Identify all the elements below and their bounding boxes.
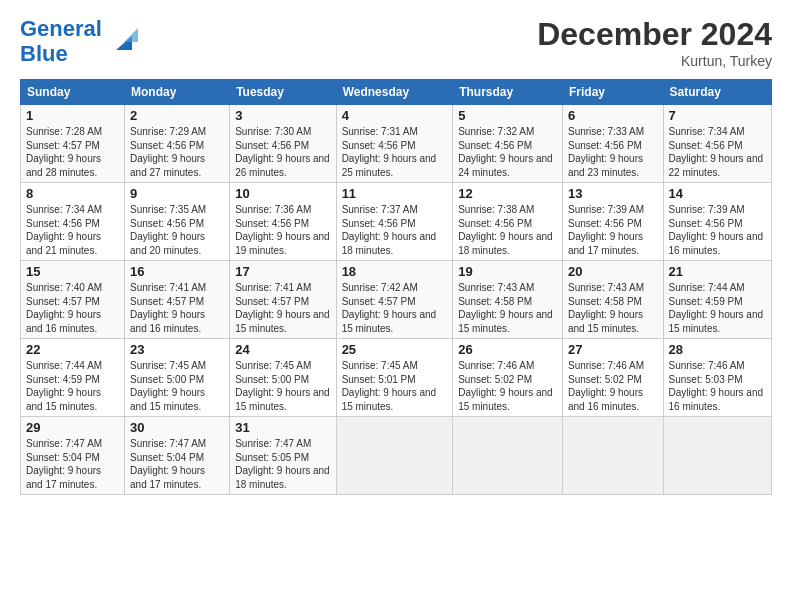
calendar-cell: 16 Sunrise: 7:41 AM Sunset: 4:57 PM Dayl… [125,261,230,339]
day-number: 20 [568,264,658,279]
day-number: 7 [669,108,766,123]
location: Kurtun, Turkey [537,53,772,69]
calendar-cell: 4 Sunrise: 7:31 AM Sunset: 4:56 PM Dayli… [336,105,453,183]
day-info: Sunrise: 7:47 AM Sunset: 5:04 PM Dayligh… [130,437,224,491]
calendar-cell: 12 Sunrise: 7:38 AM Sunset: 4:56 PM Dayl… [453,183,563,261]
col-thursday: Thursday [453,80,563,105]
day-info: Sunrise: 7:34 AM Sunset: 4:56 PM Dayligh… [26,203,119,257]
calendar-week-row: 29 Sunrise: 7:47 AM Sunset: 5:04 PM Dayl… [21,417,772,495]
calendar-cell [562,417,663,495]
calendar-cell: 15 Sunrise: 7:40 AM Sunset: 4:57 PM Dayl… [21,261,125,339]
day-number: 4 [342,108,448,123]
svg-marker-1 [124,28,138,42]
calendar-cell: 18 Sunrise: 7:42 AM Sunset: 4:57 PM Dayl… [336,261,453,339]
calendar-cell: 21 Sunrise: 7:44 AM Sunset: 4:59 PM Dayl… [663,261,771,339]
day-info: Sunrise: 7:34 AM Sunset: 4:56 PM Dayligh… [669,125,766,179]
day-number: 28 [669,342,766,357]
calendar-cell: 13 Sunrise: 7:39 AM Sunset: 4:56 PM Dayl… [562,183,663,261]
day-number: 30 [130,420,224,435]
day-number: 17 [235,264,330,279]
day-number: 6 [568,108,658,123]
day-info: Sunrise: 7:45 AM Sunset: 5:00 PM Dayligh… [130,359,224,413]
day-number: 22 [26,342,119,357]
day-number: 26 [458,342,557,357]
day-info: Sunrise: 7:32 AM Sunset: 4:56 PM Dayligh… [458,125,557,179]
day-number: 11 [342,186,448,201]
day-info: Sunrise: 7:33 AM Sunset: 4:56 PM Dayligh… [568,125,658,179]
calendar-cell: 23 Sunrise: 7:45 AM Sunset: 5:00 PM Dayl… [125,339,230,417]
day-info: Sunrise: 7:35 AM Sunset: 4:56 PM Dayligh… [130,203,224,257]
calendar-cell [336,417,453,495]
day-info: Sunrise: 7:46 AM Sunset: 5:03 PM Dayligh… [669,359,766,413]
calendar-cell: 2 Sunrise: 7:29 AM Sunset: 4:56 PM Dayli… [125,105,230,183]
month-title: December 2024 [537,16,772,53]
col-wednesday: Wednesday [336,80,453,105]
day-info: Sunrise: 7:31 AM Sunset: 4:56 PM Dayligh… [342,125,448,179]
day-info: Sunrise: 7:28 AM Sunset: 4:57 PM Dayligh… [26,125,119,179]
calendar-cell [453,417,563,495]
day-info: Sunrise: 7:42 AM Sunset: 4:57 PM Dayligh… [342,281,448,335]
calendar-table: Sunday Monday Tuesday Wednesday Thursday… [20,79,772,495]
day-info: Sunrise: 7:46 AM Sunset: 5:02 PM Dayligh… [458,359,557,413]
col-sunday: Sunday [21,80,125,105]
col-tuesday: Tuesday [230,80,336,105]
calendar-cell: 8 Sunrise: 7:34 AM Sunset: 4:56 PM Dayli… [21,183,125,261]
calendar-cell: 25 Sunrise: 7:45 AM Sunset: 5:01 PM Dayl… [336,339,453,417]
day-number: 12 [458,186,557,201]
calendar-cell [663,417,771,495]
col-saturday: Saturday [663,80,771,105]
col-friday: Friday [562,80,663,105]
day-info: Sunrise: 7:43 AM Sunset: 4:58 PM Dayligh… [568,281,658,335]
calendar-cell: 26 Sunrise: 7:46 AM Sunset: 5:02 PM Dayl… [453,339,563,417]
calendar-cell: 5 Sunrise: 7:32 AM Sunset: 4:56 PM Dayli… [453,105,563,183]
day-info: Sunrise: 7:41 AM Sunset: 4:57 PM Dayligh… [130,281,224,335]
day-number: 19 [458,264,557,279]
calendar-cell: 30 Sunrise: 7:47 AM Sunset: 5:04 PM Dayl… [125,417,230,495]
day-info: Sunrise: 7:41 AM Sunset: 4:57 PM Dayligh… [235,281,330,335]
calendar-cell: 1 Sunrise: 7:28 AM Sunset: 4:57 PM Dayli… [21,105,125,183]
day-info: Sunrise: 7:43 AM Sunset: 4:58 PM Dayligh… [458,281,557,335]
page-header: General Blue December 2024 Kurtun, Turke… [20,16,772,69]
day-number: 27 [568,342,658,357]
day-number: 25 [342,342,448,357]
day-info: Sunrise: 7:47 AM Sunset: 5:04 PM Dayligh… [26,437,119,491]
day-number: 21 [669,264,766,279]
day-info: Sunrise: 7:29 AM Sunset: 4:56 PM Dayligh… [130,125,224,179]
calendar-body: 1 Sunrise: 7:28 AM Sunset: 4:57 PM Dayli… [21,105,772,495]
calendar-week-row: 22 Sunrise: 7:44 AM Sunset: 4:59 PM Dayl… [21,339,772,417]
calendar-week-row: 1 Sunrise: 7:28 AM Sunset: 4:57 PM Dayli… [21,105,772,183]
calendar-cell: 3 Sunrise: 7:30 AM Sunset: 4:56 PM Dayli… [230,105,336,183]
day-info: Sunrise: 7:45 AM Sunset: 5:01 PM Dayligh… [342,359,448,413]
calendar-week-row: 15 Sunrise: 7:40 AM Sunset: 4:57 PM Dayl… [21,261,772,339]
calendar-cell: 19 Sunrise: 7:43 AM Sunset: 4:58 PM Dayl… [453,261,563,339]
day-number: 5 [458,108,557,123]
day-info: Sunrise: 7:39 AM Sunset: 4:56 PM Dayligh… [568,203,658,257]
day-number: 1 [26,108,119,123]
calendar-cell: 17 Sunrise: 7:41 AM Sunset: 4:57 PM Dayl… [230,261,336,339]
day-info: Sunrise: 7:37 AM Sunset: 4:56 PM Dayligh… [342,203,448,257]
calendar-cell: 11 Sunrise: 7:37 AM Sunset: 4:56 PM Dayl… [336,183,453,261]
col-monday: Monday [125,80,230,105]
day-number: 15 [26,264,119,279]
day-number: 18 [342,264,448,279]
logo-text: General Blue [20,16,102,67]
day-info: Sunrise: 7:45 AM Sunset: 5:00 PM Dayligh… [235,359,330,413]
logo-icon [104,22,138,56]
day-number: 8 [26,186,119,201]
title-block: December 2024 Kurtun, Turkey [537,16,772,69]
day-number: 3 [235,108,330,123]
day-number: 14 [669,186,766,201]
day-info: Sunrise: 7:46 AM Sunset: 5:02 PM Dayligh… [568,359,658,413]
logo: General Blue [20,16,138,67]
day-number: 16 [130,264,224,279]
calendar-cell: 7 Sunrise: 7:34 AM Sunset: 4:56 PM Dayli… [663,105,771,183]
day-info: Sunrise: 7:30 AM Sunset: 4:56 PM Dayligh… [235,125,330,179]
calendar-cell: 29 Sunrise: 7:47 AM Sunset: 5:04 PM Dayl… [21,417,125,495]
calendar-cell: 20 Sunrise: 7:43 AM Sunset: 4:58 PM Dayl… [562,261,663,339]
day-number: 2 [130,108,224,123]
calendar-cell: 6 Sunrise: 7:33 AM Sunset: 4:56 PM Dayli… [562,105,663,183]
day-info: Sunrise: 7:39 AM Sunset: 4:56 PM Dayligh… [669,203,766,257]
day-number: 13 [568,186,658,201]
calendar-cell: 10 Sunrise: 7:36 AM Sunset: 4:56 PM Dayl… [230,183,336,261]
calendar-header-row: Sunday Monday Tuesday Wednesday Thursday… [21,80,772,105]
